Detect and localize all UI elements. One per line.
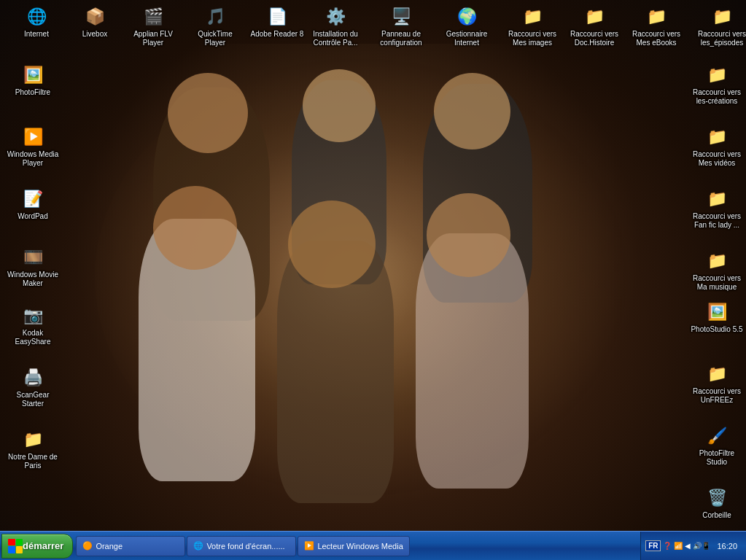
icon-photofiltre-studio-image: 🖌️ xyxy=(705,424,728,448)
taskbar-item-wallpaper-task[interactable]: 🌐Votre fond d'écran...... xyxy=(187,536,296,556)
icon-raccourci-musique-label: Raccourci vers Ma musique xyxy=(689,274,745,292)
desktop-icon-raccourci-unfree[interactable]: 📁Raccourci vers UnFREEz xyxy=(688,361,746,406)
icon-gestionnaire-image: 🌍 xyxy=(455,5,478,28)
tray-network-icon[interactable]: 📶 xyxy=(674,542,683,550)
system-clock: 16:20 xyxy=(712,540,742,552)
desktop-icon-gestionnaire[interactable]: 🌍Gestionnaire Internet xyxy=(438,4,496,49)
icon-raccourci-histoire-image: 📁 xyxy=(583,5,606,28)
desktop-icon-raccourci-fanfic[interactable]: 📁Raccourci vers Fan fic lady ... xyxy=(688,186,746,231)
desktop-icon-photofiltre[interactable]: 🖼️PhotoFiltre xyxy=(4,62,62,98)
tray-arrow-icon[interactable]: ◀ xyxy=(685,542,691,550)
desktop-icon-raccourci-ebooks[interactable]: 📁Raccourci vers Mes eBooks xyxy=(627,4,685,49)
icon-raccourci-creations-image: 📁 xyxy=(705,63,728,87)
icon-corbeille-image: 🗑️ xyxy=(705,486,728,510)
icon-kodak-image: 📷 xyxy=(21,304,44,327)
icon-photofiltre-label: PhotoFiltre xyxy=(5,88,61,97)
taskbar-icon-orange-task: 🟠 xyxy=(82,541,93,551)
desktop-icon-raccourci-episodes[interactable]: 📁Raccourci vers les_épisodes xyxy=(693,4,746,49)
taskbar-icon-wmp-task: ▶️ xyxy=(304,541,314,551)
icon-adobe-reader-image: 📄 xyxy=(265,5,289,28)
desktop-icon-scangear[interactable]: 🖨️ScanGear Starter xyxy=(4,365,62,410)
desktop-icon-photostudio[interactable]: 🖼️PhotoStudio 5.5 xyxy=(688,299,746,335)
desktop-icon-panneau[interactable]: 🖥️Panneau de configuration xyxy=(372,4,430,49)
desktop-icon-corbeille[interactable]: 🗑️Corbeille xyxy=(688,485,746,521)
icon-installation-label: Installation du Contrôle Pa... xyxy=(308,30,363,47)
icon-panneau-label: Panneau de configuration xyxy=(373,30,429,47)
icon-raccourci-ebooks-label: Raccourci vers Mes eBooks xyxy=(629,30,684,47)
icon-quicktime-image: 🎵 xyxy=(203,5,227,28)
start-label: démarrer xyxy=(23,540,63,551)
desktop-icon-raccourci-musique[interactable]: 📁Raccourci vers Ma musique xyxy=(688,248,746,293)
desktop-icon-raccourci-histoire[interactable]: 📁Raccourci vers Doc.Histoire xyxy=(565,4,623,49)
tray-help-icon[interactable]: ❓ xyxy=(663,542,672,550)
desktop-icon-wordpad[interactable]: 📝WordPad xyxy=(4,186,62,222)
desktop-icon-wmp[interactable]: ▶️Windows Media Player xyxy=(4,124,62,169)
icon-photostudio-image: 🖼️ xyxy=(705,300,728,324)
icon-internet-label: Internet xyxy=(9,30,64,39)
desktop-icons: 🌐Internet📦Livebox🎬Applian FLV Player🎵Qui… xyxy=(0,0,746,531)
desktop-icon-notre-dame[interactable]: 📁Notre Dame de Paris xyxy=(4,427,62,472)
system-tray: FR ❓ 📶 ◀ 🔊📱 16:20 xyxy=(640,532,746,560)
desktop-icon-photofiltre-studio[interactable]: 🖌️PhotoFiltre Studio xyxy=(688,423,746,468)
icon-installation-image: ⚙️ xyxy=(324,5,347,28)
icon-wordpad-image: 📝 xyxy=(21,187,44,211)
desktop-icon-raccourci-images[interactable]: 📁Raccourci vers Mes images xyxy=(503,4,562,49)
icon-raccourci-fanfic-label: Raccourci vers Fan fic lady ... xyxy=(689,212,745,230)
icon-photofiltre-studio-label: PhotoFiltre Studio xyxy=(689,449,745,467)
icon-livebox-image: 📦 xyxy=(83,5,106,28)
desktop-icon-livebox[interactable]: 📦Livebox xyxy=(66,4,124,40)
desktop-icon-applian-flv[interactable]: 🎬Applian FLV Player xyxy=(124,4,182,49)
desktop-icon-raccourci-creations[interactable]: 📁Raccourci vers les-créations xyxy=(688,62,746,107)
icon-scangear-label: ScanGear Starter xyxy=(5,391,61,408)
icon-raccourci-videos-image: 📁 xyxy=(705,125,728,149)
icon-livebox-label: Livebox xyxy=(67,30,123,39)
taskbar-label-wallpaper-task: Votre fond d'écran...... xyxy=(206,542,284,551)
icon-raccourci-episodes-image: 📁 xyxy=(710,5,734,28)
icon-raccourci-videos-label: Raccourci vers Mes vidéos xyxy=(689,150,745,168)
icon-raccourci-histoire-label: Raccourci vers Doc.Histoire xyxy=(567,30,622,47)
desktop-icon-kodak[interactable]: 📷Kodak EasyShare xyxy=(4,303,62,348)
icon-wmm-image: 🎞️ xyxy=(21,246,44,269)
icon-wmm-label: Windows Movie Maker xyxy=(5,271,61,288)
taskbar-item-wmp-task[interactable]: ▶️Lecteur Windows Media xyxy=(298,536,409,556)
icon-gestionnaire-label: Gestionnaire Internet xyxy=(439,30,494,47)
icon-raccourci-ebooks-image: 📁 xyxy=(645,5,668,28)
icon-internet-image: 🌐 xyxy=(25,5,48,28)
icon-wmp-image: ▶️ xyxy=(21,125,44,149)
taskbar-label-wmp-task: Lecteur Windows Media xyxy=(317,542,403,551)
desktop-icon-adobe-reader[interactable]: 📄Adobe Reader 8 xyxy=(248,4,306,40)
icon-raccourci-episodes-label: Raccourci vers les_épisodes xyxy=(694,30,746,47)
start-button[interactable]: démarrer xyxy=(1,534,73,559)
desktop-icon-wmm[interactable]: 🎞️Windows Movie Maker xyxy=(4,244,62,289)
icon-applian-flv-label: Applian FLV Player xyxy=(125,30,181,47)
desktop-icon-raccourci-videos[interactable]: 📁Raccourci vers Mes vidéos xyxy=(688,124,746,169)
icon-photofiltre-image: 🖼️ xyxy=(21,63,44,87)
taskbar-label-orange-task: Orange xyxy=(96,542,123,551)
icon-wmp-label: Windows Media Player xyxy=(5,150,61,168)
desktop-icon-installation[interactable]: ⚙️Installation du Contrôle Pa... xyxy=(306,4,365,49)
icon-raccourci-unfree-image: 📁 xyxy=(705,362,728,386)
icon-raccourci-images-label: Raccourci vers Mes images xyxy=(505,30,560,47)
windows-logo-icon xyxy=(8,539,23,553)
icon-corbeille-label: Corbeille xyxy=(689,511,745,520)
icon-photostudio-label: PhotoStudio 5.5 xyxy=(689,325,745,334)
icon-scangear-image: 🖨️ xyxy=(21,366,44,389)
tray-lang[interactable]: FR xyxy=(645,542,661,550)
taskbar-items: 🟠Orange🌐Votre fond d'écran......▶️Lecteu… xyxy=(73,536,640,556)
icon-kodak-label: Kodak EasyShare xyxy=(5,329,61,346)
icon-notre-dame-image: 📁 xyxy=(21,428,44,451)
desktop-icon-quicktime[interactable]: 🎵QuickTime Player xyxy=(186,4,244,49)
taskbar: démarrer 🟠Orange🌐Votre fond d'écran.....… xyxy=(0,531,746,560)
icon-notre-dame-label: Notre Dame de Paris xyxy=(5,453,61,470)
tray-icons-group: 🔊📱 xyxy=(693,542,710,550)
desktop-icon-internet[interactable]: 🌐Internet xyxy=(7,4,66,40)
icon-raccourci-unfree-label: Raccourci vers UnFREEz xyxy=(689,387,745,405)
icon-raccourci-musique-image: 📁 xyxy=(705,249,728,273)
icon-raccourci-fanfic-image: 📁 xyxy=(705,187,728,211)
taskbar-item-orange-task[interactable]: 🟠Orange xyxy=(76,536,185,556)
icon-applian-flv-image: 🎬 xyxy=(141,5,165,28)
icon-panneau-image: 🖥️ xyxy=(389,5,413,28)
taskbar-icon-wallpaper-task: 🌐 xyxy=(193,541,203,551)
language-indicator: FR xyxy=(645,540,661,551)
desktop: 🌐Internet📦Livebox🎬Applian FLV Player🎵Qui… xyxy=(0,0,746,531)
